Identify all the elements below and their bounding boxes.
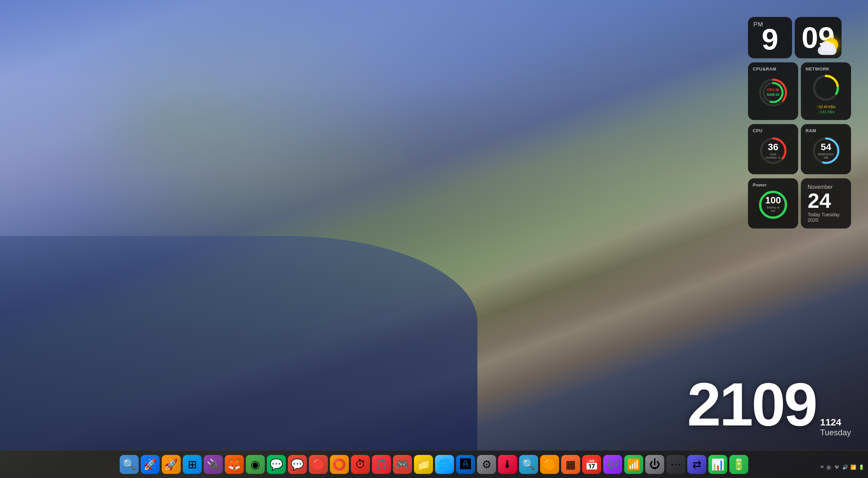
dock-icon-music2[interactable]: 🎶 — [603, 455, 622, 474]
stats-row-3: Power 100 Battery is full November 24 To… — [748, 178, 851, 228]
dock-icon-chrome[interactable]: ◉ — [246, 455, 265, 474]
dock-icon-calendar[interactable]: 📅 — [582, 455, 601, 474]
network-labels: ↑:52.46 KB/s ↓:3.61 KB/s — [816, 104, 836, 115]
dock-icon-appstore[interactable]: 🅰 — [456, 455, 475, 474]
widgets-panel: PM 9 09 CPU&RAM — [748, 17, 851, 228]
battery-center: 100 Battery is full — [765, 195, 781, 213]
tray-icon-battery: 🔋 — [858, 464, 865, 471]
clock-row: PM 9 09 — [748, 17, 851, 58]
cpu-widget: CPU 36 Core Number: 8 — [748, 124, 798, 174]
ocean — [0, 236, 477, 451]
battery-value: 100 — [765, 195, 781, 206]
battery-widget: Power 100 Battery is full — [748, 178, 798, 228]
tray-language: 中 — [821, 465, 824, 470]
battery-title: Power — [753, 182, 767, 187]
ram-widget: RAM 54 8898/16321 MB — [801, 124, 851, 174]
battery-status: Battery is full — [765, 206, 781, 213]
ram-sub: 8898/16321 MB — [818, 153, 834, 159]
big-time-display: 2109 1124 Tuesday — [687, 374, 851, 444]
dock-icon-rocket[interactable]: 🚀 — [162, 455, 181, 474]
network-ring — [811, 73, 841, 103]
tray-icon-1: ◎ — [825, 464, 832, 471]
network-title: NETWORK — [806, 66, 830, 72]
cpu-ram-title: CPU&RAM — [753, 66, 776, 72]
system-tray: 中 ◎ Ψ 🔊 📶 🔋 — [821, 464, 865, 471]
dock-icon-battery[interactable]: 🔋 — [729, 455, 748, 474]
cpu-ram-ring: CPU:36 RAM:54 — [758, 77, 788, 108]
ram-center: 54 8898/16321 MB — [818, 142, 834, 159]
dock-icon-power[interactable]: ⏻ — [645, 455, 664, 474]
calendar-widget: November 24 Today Tuesday 2020 — [801, 178, 851, 228]
clock-minutes-widget: 09 — [795, 17, 842, 58]
cloud-icon — [818, 46, 836, 55]
cpu-ram-widget: CPU&RAM CPU:36 RAM:54 — [748, 62, 798, 120]
ram-value: 54 — [818, 142, 834, 153]
stats-row-2: CPU 36 Core Number: 8 RAM — [748, 124, 851, 174]
ram-widget-title: RAM — [806, 128, 816, 133]
dock-icon-launchpad2[interactable]: ▦ — [561, 455, 580, 474]
cal-day: 24 — [808, 190, 844, 211]
ram-label: RAM:54 — [767, 93, 779, 97]
dock-icon-taskheat[interactable]: 🌡 — [498, 455, 517, 474]
dock-icon-wifi[interactable]: 📶 — [624, 455, 643, 474]
upload-label: ↑:52.46 KB/s — [816, 104, 836, 109]
dock-icon-finder[interactable]: 🔍 — [120, 455, 139, 474]
ram-ring: 54 8898/16321 MB — [812, 136, 841, 165]
cpu-ram-labels: CPU:36 RAM:54 — [767, 88, 779, 97]
network-svg — [811, 73, 841, 103]
tray-icon-wifi: 📶 — [850, 464, 856, 471]
clock-hour-display: 9 — [755, 24, 785, 54]
dock-icon-windows[interactable]: ⊞ — [183, 455, 202, 474]
dock-icon-wechat[interactable]: 💬 — [267, 455, 286, 474]
cpu-sub: Core Number: 8 — [766, 153, 781, 159]
dock-icon-browser[interactable]: 🌐 — [435, 455, 454, 474]
network-widget: NETWORK ↑:52.46 KB/s ↓:3.61 KB/s — [801, 62, 851, 120]
tray-icon-2: Ψ — [833, 464, 840, 471]
dock-icon-settings[interactable]: ⚙ — [477, 455, 496, 474]
cpu-label: CPU:36 — [767, 88, 779, 93]
weather-icon — [818, 38, 838, 55]
cpu-ring: 36 Core Number: 8 — [759, 136, 788, 165]
big-time-weekday: Tuesday — [820, 428, 851, 437]
download-label: ↓:3.61 KB/s — [816, 109, 836, 115]
cal-weekday: Today Tuesday — [808, 212, 844, 217]
big-time-info: 1124 Tuesday — [820, 417, 851, 444]
dock-icon-circle[interactable]: ⭕ — [330, 455, 349, 474]
stats-row-1: CPU&RAM CPU:36 RAM:54 NETWORK — [748, 62, 851, 120]
dock-icon-firefox[interactable]: 🦊 — [225, 455, 244, 474]
dock-icon-folder[interactable]: 📁 — [414, 455, 433, 474]
dock: 🔍🚀🚀⊞🔌🦊◉💬💬🔴⭕⏱🎵🎮📁🌐🅰⚙🌡🔍🟠▦📅🎶📶⏻⋯⇄📊🔋 — [0, 450, 868, 478]
big-time-date: 1124 — [820, 417, 841, 428]
dock-icon-spotlight[interactable]: 🔍 — [519, 455, 538, 474]
cal-year: 2020 — [808, 217, 844, 223]
dock-icon-network[interactable]: 🔌 — [204, 455, 223, 474]
dock-icon-timer[interactable]: ⏱ — [351, 455, 370, 474]
dock-icon-gpu[interactable]: 🎮 — [393, 455, 412, 474]
clock-period: PM — [753, 21, 763, 28]
dock-icon-music[interactable]: 🎵 — [372, 455, 391, 474]
dock-icon-launchpad[interactable]: 🚀 — [141, 455, 160, 474]
cpu-value: 36 — [766, 142, 781, 153]
cpu-center: 36 Core Number: 8 — [766, 142, 781, 159]
dock-icon-orange[interactable]: 🟠 — [540, 455, 559, 474]
dock-icon-monitor[interactable]: 📊 — [708, 455, 727, 474]
dock-icon-dots[interactable]: ⋯ — [666, 455, 685, 474]
clock-hour-widget: PM 9 — [748, 17, 792, 58]
battery-ring: 100 Battery is full — [758, 190, 788, 220]
dock-icon-arrows[interactable]: ⇄ — [687, 455, 706, 474]
cpu-widget-title: CPU — [753, 128, 763, 133]
dock-icon-app1[interactable]: 🔴 — [309, 455, 328, 474]
big-time-numbers: 2109 — [687, 374, 816, 435]
tray-icon-volume: 🔊 — [842, 464, 848, 471]
dock-icon-chat[interactable]: 💬 — [288, 455, 307, 474]
